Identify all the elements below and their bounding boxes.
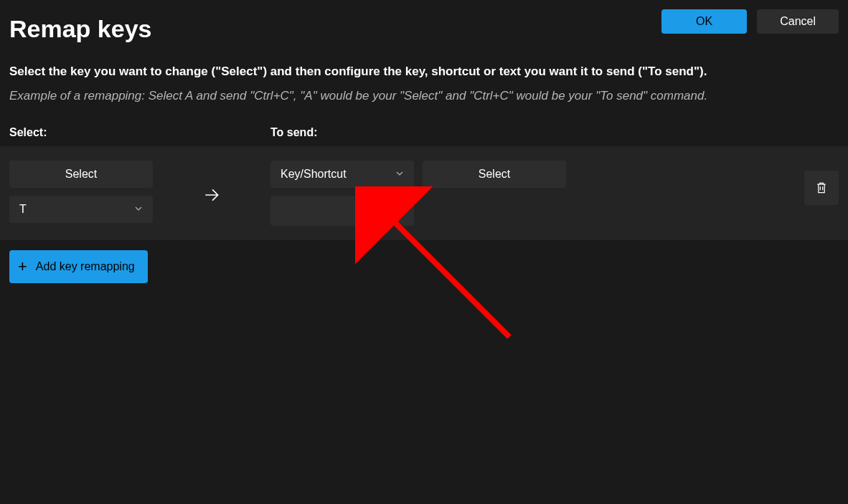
page-title: Remap keys [9, 15, 151, 43]
add-remapping-label: Add key remapping [36, 260, 135, 273]
send-type-value: Key/Shortcut [281, 168, 347, 181]
delete-remapping-button[interactable] [804, 171, 839, 205]
description-text: Select the key you want to change ("Sele… [9, 65, 839, 79]
select-target-button[interactable]: Select [423, 161, 566, 188]
plus-icon: + [18, 257, 27, 276]
target-key-dropdown[interactable] [270, 196, 414, 226]
remapping-row: Select T Key/Shortcut [0, 146, 848, 240]
chevron-down-icon [395, 169, 404, 180]
description-example: Example of a remapping: Select A and sen… [9, 89, 839, 103]
column-header-select: Select: [9, 126, 270, 139]
cancel-button[interactable]: Cancel [757, 9, 839, 34]
arrow-right-icon [202, 186, 221, 204]
ok-button[interactable]: OK [661, 9, 747, 34]
add-remapping-button[interactable]: + Add key remapping [9, 250, 148, 283]
column-header-to-send: To send: [270, 126, 839, 139]
key-dropdown[interactable]: T [9, 196, 153, 223]
send-type-dropdown[interactable]: Key/Shortcut [270, 161, 414, 188]
trash-icon [814, 181, 829, 195]
chevron-down-icon [134, 204, 143, 215]
select-key-button[interactable]: Select [9, 161, 153, 188]
key-dropdown-value: T [19, 203, 27, 216]
